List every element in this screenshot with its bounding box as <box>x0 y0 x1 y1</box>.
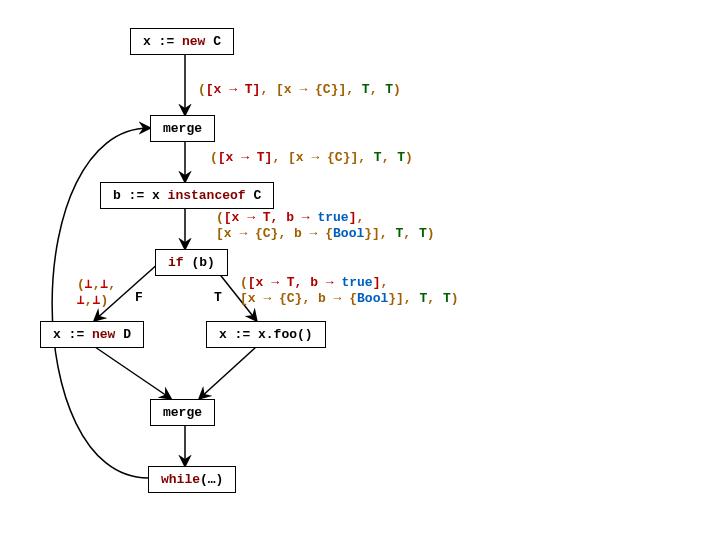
annot-false-branch-l2: ⊥,⊥) <box>77 292 108 308</box>
edge-label-false: F <box>135 290 143 305</box>
annot-after-merge-1: ([x → T], [x → {C}], T, T) <box>210 150 413 165</box>
annot-after-instanceof-l2: [x → {C}, b → {Bool}], T, T) <box>216 226 435 241</box>
annot-after-instanceof-l1: ([x → T, b → true], <box>216 210 364 225</box>
node-new-d: x := new D <box>40 321 144 348</box>
annot-false-branch-l1: (⊥,⊥, <box>77 276 116 292</box>
node-while: while(…) <box>148 466 236 493</box>
node-new-c: x := new C <box>130 28 234 55</box>
node-instanceof: b := x instanceof C <box>100 182 274 209</box>
annot-true-branch-l2: [x → {C}, b → {Bool}], T, T) <box>240 291 459 306</box>
node-merge-2: merge <box>150 399 215 426</box>
annot-after-new-c: ([x → T], [x → {C}], T, T) <box>198 82 401 97</box>
node-if-b: if (b) <box>155 249 228 276</box>
annot-true-branch-l1: ([x → T, b → true], <box>240 275 388 290</box>
node-merge-1: merge <box>150 115 215 142</box>
flow-edges <box>0 0 720 540</box>
node-x-foo: x := x.foo() <box>206 321 326 348</box>
edge-label-true: T <box>214 290 222 305</box>
